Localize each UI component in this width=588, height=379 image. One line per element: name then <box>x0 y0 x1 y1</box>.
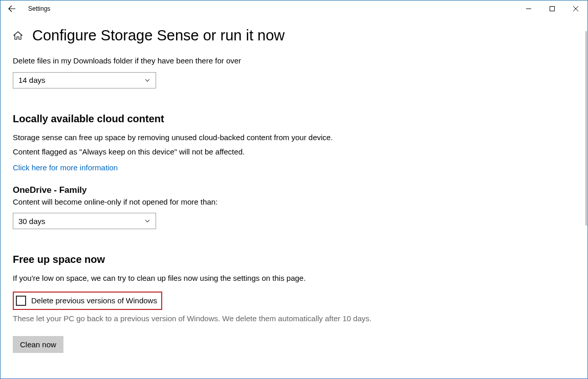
window-controls <box>517 1 587 17</box>
onedrive-heading: OneDrive - Family <box>13 185 575 195</box>
freeup-heading: Free up space now <box>13 254 575 265</box>
close-button[interactable] <box>564 1 587 17</box>
scrollbar[interactable] <box>585 31 587 226</box>
page-title: Configure Storage Sense or run it now <box>32 27 285 44</box>
minimize-icon <box>526 6 531 11</box>
chevron-down-icon <box>144 77 150 83</box>
downloads-label: Delete files in my Downloads folder if t… <box>13 55 575 67</box>
cloud-desc-2: Content flagged as "Always keep on this … <box>13 146 575 158</box>
downloads-duration-value: 14 days <box>18 76 46 84</box>
delete-previous-versions-checkbox[interactable]: Delete previous versions of Windows <box>13 292 162 310</box>
checkbox-label: Delete previous versions of Windows <box>31 295 157 307</box>
home-icon[interactable] <box>13 31 23 41</box>
chevron-down-icon <box>144 218 150 224</box>
cloud-info-link[interactable]: Click here for more information <box>13 163 575 172</box>
window-title: Settings <box>28 5 50 12</box>
cloud-desc-1: Storage sense can free up space by remov… <box>13 132 575 144</box>
clean-now-button[interactable]: Clean now <box>13 336 63 353</box>
maximize-button[interactable] <box>540 1 564 17</box>
close-icon <box>573 6 578 11</box>
onedrive-label: Content will become online-only if not o… <box>13 196 575 208</box>
title-bar: Settings <box>1 1 587 17</box>
freeup-note: These let your PC go back to a previous … <box>13 313 575 325</box>
downloads-duration-select[interactable]: 14 days <box>13 72 156 88</box>
freeup-desc: If you're low on space, we can try to cl… <box>13 273 575 284</box>
cloud-content-heading: Locally available cloud content <box>13 113 575 125</box>
onedrive-duration-value: 30 days <box>18 217 46 226</box>
page-header: Configure Storage Sense or run it now <box>13 27 575 44</box>
back-button[interactable] <box>1 1 23 17</box>
content-area: Configure Storage Sense or run it now De… <box>1 27 587 363</box>
svg-rect-0 <box>550 7 555 11</box>
minimize-button[interactable] <box>517 1 540 17</box>
maximize-icon <box>550 6 555 11</box>
onedrive-duration-select[interactable]: 30 days <box>13 213 156 229</box>
checkbox-box <box>16 296 26 306</box>
back-arrow-icon <box>8 5 16 13</box>
